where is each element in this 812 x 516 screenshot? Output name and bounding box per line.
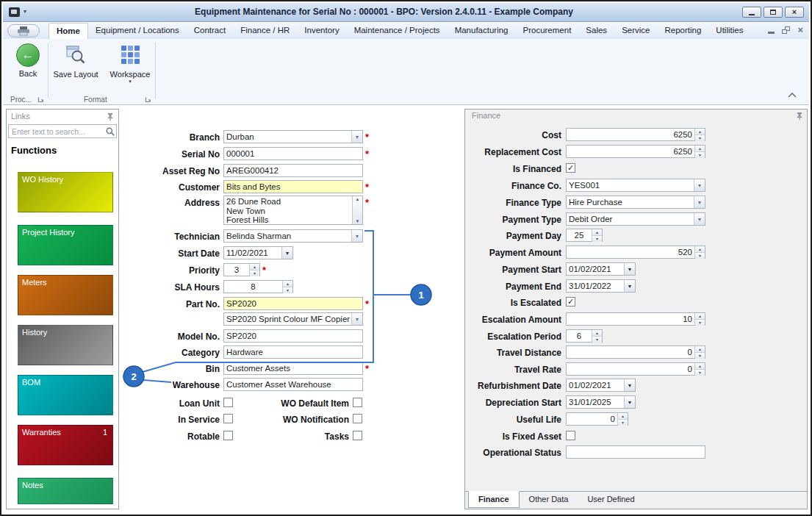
maximize-button[interactable] [764, 7, 783, 18]
date-dropdown-button[interactable]: ▼ [624, 396, 635, 408]
workspace-button[interactable]: Workspace ▾ [104, 42, 156, 95]
dropdown-button[interactable]: ▾ [351, 230, 362, 242]
search-icon[interactable] [104, 126, 116, 137]
category-input[interactable]: Hardware [223, 345, 363, 359]
history-button[interactable]: History [18, 325, 113, 365]
tasks-checkbox[interactable] [353, 431, 362, 440]
tab-finance[interactable]: Finance [468, 491, 520, 508]
ribbon-tab-contract[interactable]: Contract [187, 23, 233, 39]
ribbon-tab-service[interactable]: Service [614, 23, 657, 39]
useful-life-input[interactable]: 0 ▴ ▾ [566, 412, 628, 426]
ribbon-tab-maintenance-projects[interactable]: Maintenance / Projects [347, 23, 448, 39]
spin-up-icon[interactable]: ▴ [695, 129, 705, 135]
meters-button[interactable]: Meters [18, 275, 113, 315]
spin-down-icon[interactable]: ▾ [618, 419, 628, 426]
cost-input[interactable]: 6250 ▴ ▾ [566, 128, 705, 141]
spin-down-icon[interactable]: ▾ [695, 352, 705, 359]
links-search-box[interactable] [8, 124, 117, 138]
save-layout-button[interactable]: Save Layout [50, 42, 101, 95]
ribbon-tab-inventory[interactable]: Inventory [297, 23, 346, 39]
spin-up-icon[interactable]: ▴ [695, 246, 705, 252]
spin-down-icon[interactable]: ▾ [250, 270, 259, 276]
pin-icon[interactable] [106, 112, 115, 121]
refurbishment-date-input[interactable]: 01/02/2021 ▼ [566, 379, 636, 392]
date-dropdown-button[interactable]: ▼ [281, 247, 292, 259]
address-input[interactable]: 26 Dune Road New Town Forest Hills ▲ ▼ [223, 196, 363, 225]
technician-input[interactable]: Belinda Sharman ▾ [223, 229, 363, 243]
travel-rate-spinner[interactable]: ▴ ▾ [694, 363, 705, 375]
branch-input[interactable]: Durban ▾ [223, 130, 363, 143]
wo-default-item-checkbox[interactable] [353, 398, 362, 407]
mdi-minimize-icon[interactable] [768, 32, 775, 34]
travel-distance-input[interactable]: 0 ▴ ▾ [566, 345, 705, 359]
spin-down-icon[interactable]: ▾ [695, 135, 705, 141]
ribbon-tab-home[interactable]: Home [48, 23, 88, 39]
spin-up-icon[interactable]: ▴ [695, 346, 705, 352]
part-no-input[interactable]: SP2020 [223, 297, 363, 310]
dropdown-button[interactable]: ▾ [694, 196, 705, 208]
collapse-ribbon-chevron-icon[interactable] [786, 90, 799, 101]
spin-up-icon[interactable]: ▴ [283, 281, 292, 287]
ribbon-tab-manufacturing[interactable]: Manufacturing [448, 23, 516, 39]
wo-history-button[interactable]: WO History [18, 172, 113, 212]
replacement-cost-input[interactable]: 6250 ▴ ▾ [566, 145, 705, 158]
mdi-close-icon[interactable]: × [797, 25, 803, 35]
travel-rate-input[interactable]: 0 ▴ ▾ [566, 362, 705, 376]
rotable-checkbox[interactable] [223, 431, 233, 440]
in-service-checkbox[interactable] [223, 414, 233, 423]
group-process-launcher-icon[interactable] [37, 96, 45, 104]
spin-down-icon[interactable]: ▾ [695, 319, 705, 326]
escalation-period-spinner[interactable]: ▴ ▾ [592, 330, 602, 342]
travel-distance-spinner[interactable]: ▴ ▾ [694, 346, 705, 358]
finance-type-input[interactable]: Hire Purchase ▾ [566, 196, 705, 209]
sla-hours-input[interactable]: 8 ▴ ▾ [223, 280, 293, 293]
spin-down-icon[interactable]: ▾ [592, 235, 602, 242]
dropdown-button[interactable]: ▾ [694, 179, 705, 191]
date-dropdown-button[interactable]: ▼ [624, 263, 635, 275]
is-fixed-asset-checkbox[interactable] [566, 431, 575, 440]
dropdown-button[interactable]: ▾ [351, 131, 362, 143]
dropdown-button[interactable]: ▾ [351, 313, 362, 325]
useful-life-spinner[interactable]: ▴ ▾ [617, 413, 628, 425]
spin-down-icon[interactable]: ▾ [695, 252, 705, 259]
escalation-period-input[interactable]: 6 ▴ ▾ [566, 329, 603, 343]
ribbon-tab-sales[interactable]: Sales [578, 23, 614, 39]
search-input[interactable] [9, 127, 104, 136]
ribbon-tab-reporting[interactable]: Reporting [657, 23, 708, 39]
serial-no-input[interactable]: 000001 [223, 147, 363, 160]
spin-up-icon[interactable]: ▴ [250, 264, 259, 270]
payment-amount-input[interactable]: 520 ▴ ▾ [566, 246, 705, 259]
part-description-input[interactable]: SP2020 Sprint Colour MF Copier ▾ [223, 312, 363, 326]
payment-start-input[interactable]: 01/02/2021 ▼ [566, 262, 636, 276]
finance-co-input[interactable]: YES001 ▾ [566, 179, 705, 192]
operational-status-input[interactable] [566, 445, 705, 459]
ribbon-tab-equipment-locations[interactable]: Equipment / Locations [88, 23, 187, 39]
finance-pin-icon[interactable] [795, 112, 804, 121]
notes-button[interactable]: Notes [18, 478, 113, 504]
escalation-amount-spinner[interactable]: ▴ ▾ [694, 313, 705, 325]
start-date-input[interactable]: 11/02/2021 ▼ [223, 246, 293, 259]
spin-down-icon[interactable]: ▾ [592, 336, 602, 343]
group-format-launcher-icon[interactable] [145, 96, 152, 104]
scroll-down-icon[interactable]: ▼ [353, 218, 362, 224]
warehouse-input[interactable]: Customer Asset Warehouse [223, 378, 363, 391]
spin-up-icon[interactable]: ▴ [618, 413, 628, 419]
date-dropdown-button[interactable]: ▼ [624, 379, 635, 391]
warranties-button[interactable]: Warranties 1 [18, 425, 113, 465]
scroll-up-icon[interactable]: ▲ [353, 196, 362, 202]
project-history-button[interactable]: Project History [18, 225, 113, 265]
spin-up-icon[interactable]: ▴ [592, 330, 602, 336]
depreciation-start-input[interactable]: 31/01/2025 ▼ [566, 395, 636, 409]
payment-type-input[interactable]: Debit Order ▾ [566, 212, 705, 226]
spin-up-icon[interactable]: ▴ [695, 363, 705, 369]
ribbon-tab-utilities[interactable]: Utilities [708, 23, 750, 39]
spin-up-icon[interactable]: ▴ [695, 146, 705, 151]
customer-input[interactable]: Bits and Bytes [223, 180, 363, 193]
model-no-input[interactable]: SP2020 [223, 329, 363, 343]
payment-end-input[interactable]: 31/01/2022 ▼ [566, 279, 636, 293]
spin-down-icon[interactable]: ▾ [283, 287, 292, 293]
back-button[interactable]: ← Back [7, 42, 48, 95]
bin-input[interactable]: Customer Assets [223, 362, 363, 375]
replacement-cost-spinner[interactable]: ▴ ▾ [694, 146, 705, 157]
quick-access-caret-icon[interactable]: ▾ [24, 8, 26, 15]
